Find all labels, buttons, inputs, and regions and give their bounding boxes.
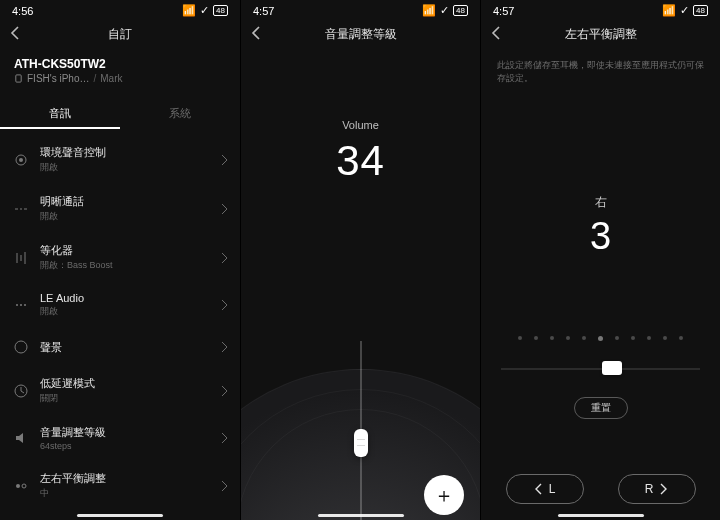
svg-point-2	[19, 158, 23, 162]
chevron-right-icon	[220, 252, 228, 264]
volume-plus-button[interactable]: ＋	[424, 475, 464, 515]
equalizer-icon	[12, 249, 30, 267]
status-bar: 4:57 📶 ✓ 48	[481, 0, 720, 19]
svg-point-6	[15, 341, 27, 353]
balance-dots	[481, 336, 720, 341]
svg-point-5	[24, 304, 26, 306]
item-low-latency[interactable]: 低延遲模式關閉	[0, 366, 240, 415]
nav-title: 左右平衡調整	[565, 26, 637, 43]
svg-point-8	[16, 484, 20, 488]
volume-panel: Volume 34 ＋ − 16steps 32steps 64steps	[241, 119, 480, 520]
nav-title: 音量調整等級	[325, 26, 397, 43]
device-profile: Mark	[100, 73, 122, 84]
balance-display: 右 3	[481, 194, 720, 258]
status-bar: 4:57 📶 ✓ 48	[241, 0, 480, 19]
status-time: 4:57	[493, 5, 514, 17]
item-le-audio[interactable]: LE Audio開啟	[0, 282, 240, 328]
tab-system[interactable]: 系統	[120, 100, 240, 129]
low-latency-icon	[12, 382, 30, 400]
battery-icon: 48	[693, 5, 708, 16]
soundscape-icon	[12, 338, 30, 356]
nav-header: 音量調整等級	[241, 19, 480, 49]
screen-customize: 4:56 📶 ✓ 48 自訂 ATH-CKS50TW2 FISH's iPho……	[0, 0, 240, 520]
chevron-left-icon	[534, 483, 543, 495]
svg-point-4	[20, 304, 22, 306]
svg-point-3	[16, 304, 18, 306]
wifi-icon: ✓	[680, 4, 689, 17]
screen-balance: 4:57 📶 ✓ 48 左右平衡調整 此設定將儲存至耳機，即使未連接至應用程式仍…	[480, 0, 720, 520]
balance-left-button[interactable]: L	[506, 474, 584, 504]
home-indicator[interactable]	[318, 514, 404, 517]
item-ambient-sound[interactable]: 環境聲音控制開啟	[0, 135, 240, 184]
signal-icon: 📶	[182, 4, 196, 17]
chevron-right-icon	[220, 432, 228, 444]
chevron-right-icon	[220, 341, 228, 353]
device-block: ATH-CKS50TW2 FISH's iPho… / Mark	[0, 49, 240, 90]
nav-header: 左右平衡調整	[481, 19, 720, 49]
balance-value: 3	[481, 215, 720, 258]
item-volume-steps[interactable]: 音量調整等級64steps	[0, 415, 240, 461]
status-right: 📶 ✓ 48	[182, 4, 228, 17]
nav-title: 自訂	[108, 26, 132, 43]
balance-hint: 此設定將儲存至耳機，即使未連接至應用程式仍可保存設定。	[481, 49, 720, 84]
chevron-right-icon	[220, 480, 228, 492]
device-sub: FISH's iPho… / Mark	[14, 73, 226, 84]
status-bar: 4:56 📶 ✓ 48	[0, 0, 240, 19]
chevron-right-icon	[220, 203, 228, 215]
chevron-right-icon	[220, 154, 228, 166]
wifi-icon: ✓	[200, 4, 209, 17]
svg-point-9	[22, 484, 26, 488]
settings-list: 環境聲音控制開啟 明晰通話開啟 等化器開啟：Bass Boost LE Audi…	[0, 135, 240, 520]
tab-audio[interactable]: 音訊	[0, 100, 120, 129]
back-icon[interactable]	[491, 25, 501, 41]
chevron-right-icon	[659, 483, 668, 495]
voice-icon	[12, 200, 30, 218]
balance-lr-buttons: L R	[481, 474, 720, 504]
signal-icon: 📶	[662, 4, 676, 17]
item-equalizer[interactable]: 等化器開啟：Bass Boost	[0, 233, 240, 282]
back-icon[interactable]	[10, 25, 20, 41]
device-name: ATH-CKS50TW2	[14, 57, 226, 71]
screen-volume-steps: 4:57 📶 ✓ 48 音量調整等級 Volume 34 ＋ − 16steps…	[240, 0, 480, 520]
volume-icon	[12, 429, 30, 447]
nav-header: 自訂	[0, 19, 240, 49]
le-audio-icon	[12, 296, 30, 314]
balance-right-button[interactable]: R	[618, 474, 696, 504]
battery-icon: 48	[213, 5, 228, 16]
balance-center-dot	[598, 336, 603, 341]
device-source: FISH's iPho…	[27, 73, 89, 84]
chevron-right-icon	[220, 385, 228, 397]
reset-button[interactable]: 重置	[574, 397, 628, 419]
balance-slider[interactable]	[501, 359, 700, 379]
home-indicator[interactable]	[558, 514, 644, 517]
volume-label: Volume	[241, 119, 480, 131]
battery-icon: 48	[453, 5, 468, 16]
status-time: 4:57	[253, 5, 274, 17]
item-balance[interactable]: 左右平衡調整中	[0, 461, 240, 510]
back-icon[interactable]	[251, 25, 261, 41]
phone-icon	[14, 74, 23, 83]
status-time: 4:56	[12, 5, 33, 17]
item-soundscape[interactable]: 聲景	[0, 328, 240, 366]
balance-side-label: 右	[481, 194, 720, 211]
volume-thumb[interactable]	[354, 429, 368, 457]
balance-icon	[12, 477, 30, 495]
balance-thumb[interactable]	[602, 361, 622, 375]
item-clear-call[interactable]: 明晰通話開啟	[0, 184, 240, 233]
svg-rect-0	[16, 75, 21, 82]
wifi-icon: ✓	[440, 4, 449, 17]
volume-value: 34	[241, 137, 480, 185]
home-indicator[interactable]	[77, 514, 163, 517]
tabs: 音訊 系統	[0, 100, 240, 129]
ambient-icon	[12, 151, 30, 169]
chevron-right-icon	[220, 299, 228, 311]
signal-icon: 📶	[422, 4, 436, 17]
